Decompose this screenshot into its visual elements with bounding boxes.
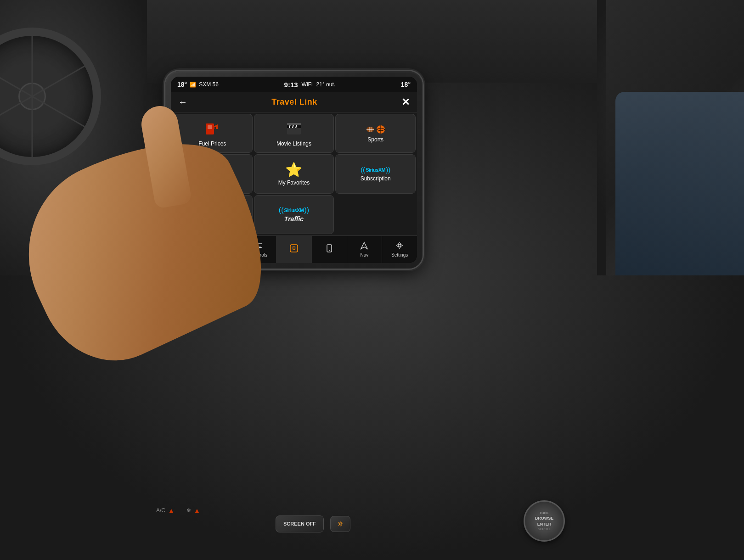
phone-icon <box>325 244 333 254</box>
star-icon: ⭐ <box>285 162 302 178</box>
ac-controls: A/C ▲ ❄ ▲ <box>156 507 200 514</box>
outside-temp: 21° out. <box>316 81 336 88</box>
uconnect-icon: Ū <box>289 244 299 255</box>
tune-browse-enter-knob[interactable]: TUNE BROWSEENTER SCROLL <box>524 500 565 542</box>
grid-item-movie-listings[interactable]: Movie Listings <box>254 114 334 153</box>
temp-left: 18° <box>177 81 187 88</box>
signal-icon: 📶 <box>190 82 196 88</box>
screen-off-button[interactable]: SCREEN OFF <box>276 515 324 532</box>
nav-item-phone[interactable] <box>312 236 347 263</box>
sports-icon <box>366 124 386 134</box>
header-title: Travel Link <box>271 97 317 107</box>
svg-point-40 <box>398 244 401 247</box>
steering-wheel <box>0 28 101 165</box>
nav-item-nav[interactable]: Nav <box>347 236 383 263</box>
header-bar: ← Travel Link ✕ <box>171 92 417 112</box>
siriusxm-subscription-logo: (( SiriusXM )) <box>361 166 390 174</box>
nav-item-settings[interactable]: Settings <box>382 236 417 263</box>
nav-icon <box>360 241 368 252</box>
subscription-label: Subscription <box>361 175 391 182</box>
svg-text:Ū: Ū <box>292 246 295 251</box>
svg-marker-39 <box>361 242 367 249</box>
bottom-controls: SCREEN OFF 🔅 <box>276 515 350 532</box>
passenger-sleeve <box>615 92 744 275</box>
grid-item-sports[interactable]: Sports <box>335 114 416 153</box>
nav-item-uconnect[interactable]: Ū <box>276 236 312 263</box>
svg-point-38 <box>329 250 330 251</box>
status-left: 18° 📶 SXM 56 <box>177 81 219 88</box>
temp-right: 18° <box>401 81 411 88</box>
status-center: 9:13 WiFi 21° out. <box>284 81 336 89</box>
grid-item-siriusxm-traffic[interactable]: (( SiriusXM )) Traffic <box>254 195 334 234</box>
wifi-icon: WiFi <box>302 81 313 88</box>
signal-label: SXM 56 <box>199 81 219 88</box>
svg-rect-8 <box>287 123 301 125</box>
svg-point-34 <box>259 246 261 248</box>
status-bar: 18° 📶 SXM 56 9:13 WiFi 21° out. 18° <box>171 77 417 92</box>
close-button[interactable]: ✕ <box>401 96 410 108</box>
nav-label: Nav <box>361 252 369 258</box>
movie-listings-label: Movie Listings <box>276 140 311 147</box>
settings-icon <box>395 241 404 252</box>
sports-label: Sports <box>367 136 383 143</box>
siriusxm-traffic-logo: (( SiriusXM )) Traffic <box>279 206 309 223</box>
svg-rect-1 <box>208 125 212 129</box>
traffic-label: Traffic <box>284 215 304 223</box>
status-right: 18° <box>401 81 411 88</box>
dashboard-left <box>0 0 147 275</box>
movie-icon <box>286 120 302 139</box>
light-off-button[interactable]: 🔅 <box>330 516 350 532</box>
passenger-side <box>606 0 744 275</box>
current-time: 9:13 <box>284 81 298 89</box>
settings-label: Settings <box>391 252 408 258</box>
fuel-icon <box>204 120 220 139</box>
dashboard-right <box>597 0 744 275</box>
back-button[interactable]: ← <box>178 97 187 107</box>
grid-item-siriusxm-subscription[interactable]: (( SiriusXM )) Subscription <box>335 154 416 193</box>
my-favorites-label: My Favorites <box>278 179 310 186</box>
grid-item-my-favorites[interactable]: ⭐ My Favorites <box>254 154 334 193</box>
